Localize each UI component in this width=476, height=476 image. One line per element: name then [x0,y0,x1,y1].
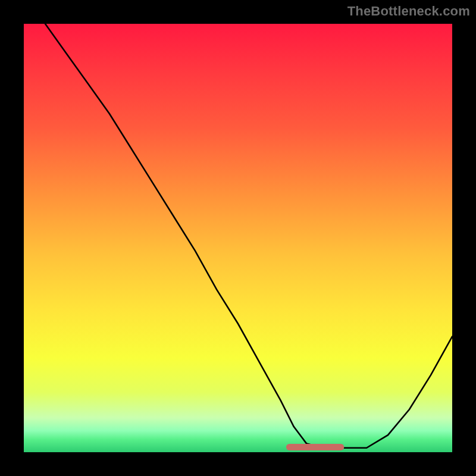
chart-svg [24,24,452,452]
chart-frame: TheBottleneck.com [0,0,476,476]
bottleneck-curve [45,24,452,448]
watermark-text: TheBottleneck.com [347,4,470,19]
